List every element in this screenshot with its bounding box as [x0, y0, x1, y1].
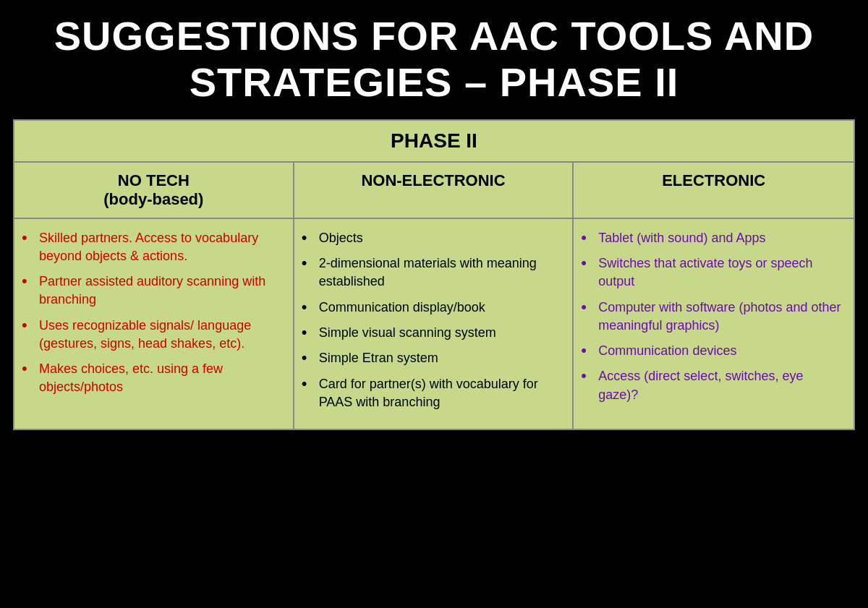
col-cell-notech: • Skilled partners. Access to vocabulary…: [14, 219, 294, 429]
main-title: SUGGESTIONS FOR AAC TOOLS AND STRATEGIES…: [29, 13, 839, 106]
list-item: • Computer with software (photos and oth…: [581, 299, 842, 335]
bullet-icon: •: [22, 272, 35, 291]
bullet-icon: •: [581, 298, 594, 317]
bullet-icon: •: [302, 374, 315, 393]
list-item: • Switches that activate toys or speech …: [581, 254, 842, 291]
list-item: • Card for partner(s) with vocabulary fo…: [302, 375, 561, 411]
bullet-icon: •: [581, 341, 594, 360]
col-header-electronic: ELECTRONIC: [574, 163, 854, 218]
phase-header: PHASE II: [14, 121, 854, 163]
list-item: • Makes choices, etc. using a few object…: [22, 360, 281, 396]
bullet-icon: •: [581, 228, 594, 247]
list-item: • Skilled partners. Access to vocabulary…: [22, 229, 281, 265]
list-item: • Tablet (with sound) and Apps: [581, 229, 842, 247]
list-item: • Simple visual scanning system: [302, 324, 561, 342]
list-item: • Communication devices: [581, 342, 842, 360]
list-item: • Partner assisted auditory scanning wit…: [22, 273, 281, 309]
col-header-nonelectronic: NON-ELECTRONIC: [294, 163, 574, 218]
list-item: • 2-dimensional materials with meaning e…: [302, 254, 561, 291]
bullet-icon: •: [302, 254, 315, 273]
col-body-row: • Skilled partners. Access to vocabulary…: [14, 219, 854, 429]
list-item: • Access (direct select, switches, eye g…: [581, 367, 842, 403]
col-cell-nonelectronic: • Objects • 2-dimensional materials with…: [294, 219, 574, 429]
col-cell-electronic: • Tablet (with sound) and Apps • Switche…: [574, 219, 854, 429]
bullet-icon: •: [22, 316, 35, 335]
bullet-icon: •: [581, 367, 594, 385]
col-headers-row: NO TECH (body-based) NON-ELECTRONIC ELEC…: [14, 163, 854, 219]
col-header-notech: NO TECH (body-based): [14, 163, 294, 218]
bullet-icon: •: [302, 323, 315, 342]
bullet-icon: •: [302, 298, 315, 317]
bullet-icon: •: [302, 348, 315, 367]
title-section: SUGGESTIONS FOR AAC TOOLS AND STRATEGIES…: [0, 0, 868, 119]
list-item: • Uses recognizable signals/ language (g…: [22, 317, 281, 353]
bullet-icon: •: [581, 254, 594, 273]
list-item: • Objects: [302, 229, 561, 247]
table-wrapper: PHASE II NO TECH (body-based) NON-ELECTR…: [13, 119, 855, 430]
bullet-icon: •: [22, 359, 35, 378]
list-item: • Communication display/book: [302, 299, 561, 317]
list-item: • Simple Etran system: [302, 349, 561, 367]
bullet-icon: •: [22, 228, 35, 247]
bullet-icon: •: [302, 228, 315, 247]
